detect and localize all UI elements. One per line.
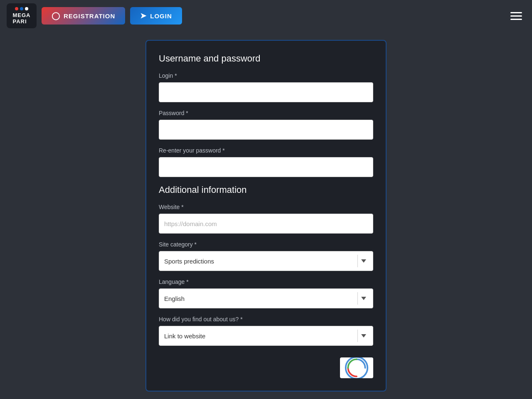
hamburger-line-3 <box>510 19 522 20</box>
login-label: LOGIN <box>150 12 172 20</box>
password-input[interactable] <box>159 120 373 140</box>
login-input[interactable] <box>159 82 373 102</box>
registration-label: REGISTRATION <box>64 12 115 20</box>
find-out-field-group: How did you find out about us? * Link to… <box>159 316 373 346</box>
login-field-group: Login * <box>159 72 373 102</box>
chevron-down-find-icon <box>361 334 366 337</box>
find-out-select[interactable]: Link to website <box>159 326 373 346</box>
site-category-select-wrapper: Sports predictions <box>159 251 373 271</box>
section1-title: Username and password <box>159 53 373 64</box>
login-label: Login * <box>159 72 373 79</box>
section2-title: Additional information <box>159 185 373 195</box>
find-out-value: Link to website <box>164 332 205 340</box>
chevron-down-lang-icon <box>361 297 366 300</box>
website-label: Website * <box>159 204 373 210</box>
registration-button[interactable]: ◯ REGISTRATION <box>42 7 125 25</box>
recaptcha-area <box>159 353 373 378</box>
reenter-password-input[interactable] <box>159 157 373 177</box>
site-category-select[interactable]: Sports predictions <box>159 251 373 271</box>
site-category-value: Sports predictions <box>164 258 214 265</box>
recaptcha-icon <box>344 357 369 378</box>
language-label: Language * <box>159 278 373 285</box>
site-category-label: Site category * <box>159 241 373 248</box>
password-field-group: Password * <box>159 110 373 140</box>
svg-point-0 <box>346 357 368 378</box>
logo: MEGAPARI <box>7 3 37 28</box>
hamburger-menu-button[interactable] <box>507 9 525 23</box>
login-button[interactable]: ➤ LOGIN <box>130 7 182 25</box>
dot-red <box>15 7 18 10</box>
select-right-find <box>354 330 368 342</box>
logo-megapari: MEGAPARI <box>13 12 31 25</box>
header: MEGAPARI ◯ REGISTRATION ➤ LOGIN <box>0 0 532 32</box>
recaptcha-badge <box>340 357 373 378</box>
account-icon: ◯ <box>52 11 60 20</box>
select-right <box>354 255 368 267</box>
find-out-select-wrapper: Link to website <box>159 326 373 346</box>
registration-form: Username and password Login * Password *… <box>145 40 387 392</box>
select-divider <box>357 255 358 267</box>
logo-dots <box>15 7 28 10</box>
select-divider-lang <box>357 292 358 305</box>
hamburger-line-1 <box>510 12 522 13</box>
chevron-down-icon <box>361 259 366 263</box>
language-value: English <box>164 295 185 302</box>
login-icon: ➤ <box>140 11 147 20</box>
dot-blue <box>20 7 23 10</box>
main-content: Username and password Login * Password *… <box>0 32 532 399</box>
dot-white <box>25 7 28 10</box>
language-field-group: Language * English <box>159 278 373 308</box>
site-category-field-group: Site category * Sports predictions <box>159 241 373 271</box>
password-label: Password * <box>159 110 373 116</box>
reenter-password-label: Re-enter your password * <box>159 147 373 154</box>
website-input[interactable] <box>159 214 373 234</box>
hamburger-line-2 <box>510 15 522 17</box>
find-out-label: How did you find out about us? * <box>159 316 373 323</box>
language-select-wrapper: English <box>159 288 373 308</box>
website-field-group: Website * <box>159 204 373 234</box>
reenter-password-field-group: Re-enter your password * <box>159 147 373 177</box>
language-select[interactable]: English <box>159 288 373 308</box>
select-right-lang <box>354 292 368 305</box>
select-divider-find <box>357 330 358 342</box>
